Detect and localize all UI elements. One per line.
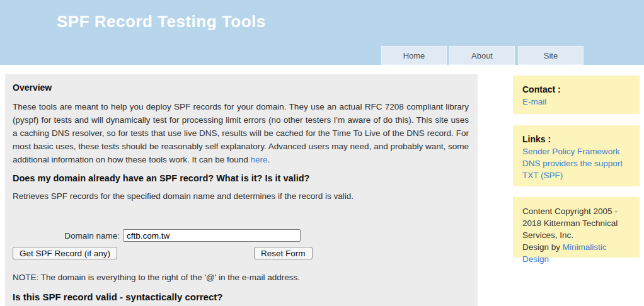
overview-text-end: . bbox=[268, 155, 270, 164]
form-buttons-row: Get SPF Record (if any) Reset Form bbox=[13, 247, 469, 259]
copyright-box: Content Copyright 2005 - 2018 Kitterman … bbox=[513, 197, 640, 258]
domain-form-row: Domain name: bbox=[13, 229, 469, 242]
contact-heading: Contact : bbox=[522, 84, 630, 96]
tab-site[interactable]: Site bbox=[518, 46, 584, 65]
header-banner: SPF Record Testing Tools Home About Site bbox=[0, 0, 644, 65]
page-title: SPF Record Testing Tools bbox=[57, 12, 266, 31]
domain-name-input[interactable] bbox=[123, 229, 301, 242]
tab-about[interactable]: About bbox=[449, 46, 515, 65]
tab-home-label: Home bbox=[403, 51, 425, 60]
overview-heading: Overview bbox=[13, 82, 469, 93]
page: SPF Record Testing Tools Home About Site… bbox=[0, 0, 644, 306]
validity-heading: Is this SPF record valid - syntactically… bbox=[13, 292, 469, 302]
overview-paragraph: These tools are meant to help you deploy… bbox=[13, 100, 469, 166]
tab-about-label: About bbox=[471, 51, 493, 60]
links-box: Links : Sender Policy Framework DNS prov… bbox=[513, 125, 640, 186]
note-text: NOTE: The domain is everything to the ri… bbox=[13, 273, 469, 282]
tab-home[interactable]: Home bbox=[381, 46, 447, 65]
tab-site-label: Site bbox=[544, 51, 558, 60]
main-content: Overview These tools are meant to help y… bbox=[5, 74, 478, 306]
dns-providers-link[interactable]: DNS providers the support TXT (SPF) bbox=[522, 159, 623, 180]
email-link[interactable]: E-mail bbox=[522, 97, 546, 106]
domain-name-label: Domain name: bbox=[13, 231, 120, 241]
spf-record-question-heading: Does my domain already have an SPF recor… bbox=[13, 173, 469, 183]
retrieves-description: Retrieves SPF records for the specified … bbox=[13, 191, 469, 201]
design-by-text: Design by bbox=[522, 242, 563, 252]
here-link[interactable]: here bbox=[250, 155, 267, 164]
overview-text: These tools are meant to help you deploy… bbox=[13, 102, 469, 164]
reset-form-button[interactable]: Reset Form bbox=[254, 247, 313, 259]
get-spf-record-button[interactable]: Get SPF Record (if any) bbox=[13, 247, 117, 259]
contact-box: Contact : E-mail bbox=[513, 76, 640, 114]
links-heading: Links : bbox=[522, 133, 630, 145]
sender-policy-framework-link[interactable]: Sender Policy Framework bbox=[522, 147, 620, 156]
copyright-text: Content Copyright 2005 - 2018 Kitterman … bbox=[522, 207, 618, 240]
